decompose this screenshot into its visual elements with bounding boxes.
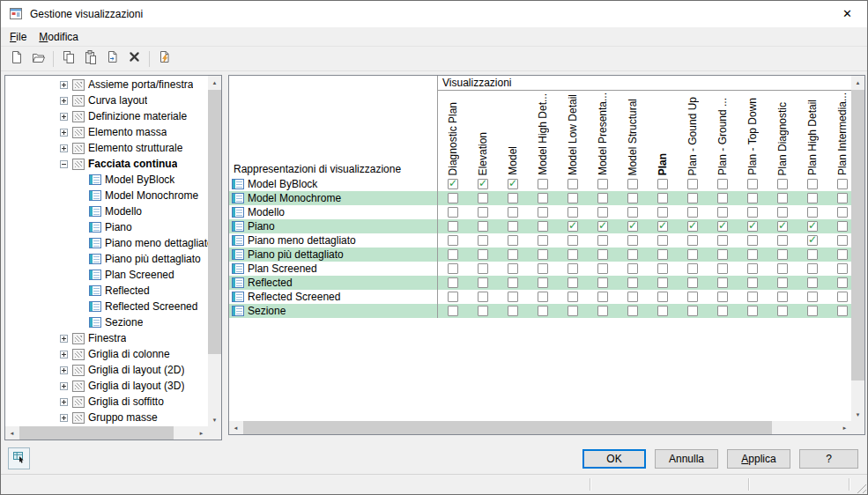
column-header[interactable]: Plan - Top Down <box>738 91 768 177</box>
checkbox[interactable] <box>747 179 758 189</box>
checkbox[interactable] <box>837 221 848 232</box>
checkbox[interactable] <box>747 221 758 232</box>
column-header[interactable]: Model <box>498 91 528 177</box>
new-button[interactable] <box>6 49 26 69</box>
checkbox[interactable] <box>478 277 488 288</box>
checkbox[interactable] <box>627 277 638 288</box>
column-header[interactable]: Plan <box>648 91 678 177</box>
checkbox[interactable] <box>448 249 458 260</box>
scroll-up-icon[interactable] <box>851 76 864 89</box>
checkbox[interactable] <box>597 207 608 218</box>
checkbox[interactable] <box>777 193 788 203</box>
checkbox[interactable] <box>568 263 578 274</box>
checkbox[interactable] <box>717 207 728 218</box>
checkbox[interactable] <box>597 249 608 260</box>
help-button[interactable]: ? <box>799 449 858 469</box>
checkbox[interactable] <box>807 249 818 260</box>
tree-child-item[interactable]: Piano <box>5 219 208 235</box>
checkbox[interactable] <box>777 207 788 218</box>
tree-toggle-button[interactable] <box>8 447 30 469</box>
column-header[interactable]: Plan - Ground ... <box>708 91 738 177</box>
checkbox[interactable] <box>508 263 518 274</box>
checkbox[interactable] <box>657 235 668 246</box>
table-row[interactable]: Model Monochrome <box>229 191 851 205</box>
checkbox[interactable] <box>508 277 518 288</box>
tree-item[interactable]: Facciata continua <box>5 156 208 172</box>
expand-icon[interactable] <box>60 144 68 152</box>
checkbox[interactable] <box>777 263 788 274</box>
checkbox[interactable] <box>717 193 728 203</box>
checkbox[interactable] <box>538 249 548 260</box>
checkbox[interactable] <box>627 179 638 189</box>
tree-child-item[interactable]: Sezione <box>5 314 208 330</box>
checkbox[interactable] <box>657 277 668 288</box>
column-header[interactable]: Model Structural <box>618 91 648 177</box>
checkbox[interactable] <box>837 249 848 260</box>
checkbox[interactable] <box>777 235 788 246</box>
checkbox[interactable] <box>657 193 668 203</box>
open-button[interactable] <box>28 49 48 69</box>
table-row[interactable]: Plan Screened <box>229 262 851 276</box>
checkbox[interactable] <box>687 193 698 203</box>
menu-file[interactable]: File <box>4 28 33 46</box>
cancel-button[interactable]: Annulla <box>655 449 718 469</box>
checkbox[interactable] <box>627 306 638 316</box>
column-header[interactable]: Plan Diagnostic <box>768 91 798 177</box>
checkbox[interactable] <box>448 193 458 203</box>
table-row[interactable]: Model ByBlock <box>229 177 851 191</box>
checkbox[interactable] <box>568 292 578 302</box>
purge-button[interactable] <box>154 49 174 69</box>
checkbox[interactable] <box>687 207 698 218</box>
expand-icon[interactable] <box>60 129 68 137</box>
checkbox[interactable] <box>687 235 698 246</box>
checkbox[interactable] <box>597 306 608 316</box>
column-header[interactable]: Elevation <box>468 91 498 177</box>
scroll-up-icon[interactable] <box>208 76 221 89</box>
checkbox[interactable] <box>807 263 818 274</box>
checkbox[interactable] <box>807 221 818 232</box>
checkbox[interactable] <box>448 263 458 274</box>
checkbox[interactable] <box>568 179 578 189</box>
checkbox[interactable] <box>508 306 518 316</box>
scroll-right-icon[interactable] <box>195 426 208 440</box>
checkbox[interactable] <box>837 179 848 189</box>
checkbox[interactable] <box>508 193 518 203</box>
checkbox[interactable] <box>657 207 668 218</box>
checkbox[interactable] <box>478 235 488 246</box>
checkbox[interactable] <box>597 263 608 274</box>
expand-icon[interactable] <box>60 366 68 374</box>
tree-item[interactable]: Elemento massa <box>5 124 208 140</box>
checkbox[interactable] <box>478 179 488 189</box>
checkbox[interactable] <box>508 292 518 302</box>
scroll-right-icon[interactable] <box>838 421 851 434</box>
tree-child-item[interactable]: Piano più dettagliato <box>5 251 208 267</box>
checkbox[interactable] <box>687 179 698 189</box>
scroll-down-icon[interactable] <box>208 413 221 426</box>
checkbox[interactable] <box>568 249 578 260</box>
tree-horizontal-scrollbar[interactable] <box>5 426 208 440</box>
tree-child-item[interactable]: Reflected Screened <box>5 299 208 314</box>
checkbox[interactable] <box>568 193 578 203</box>
checkbox[interactable] <box>837 292 848 302</box>
checkbox[interactable] <box>538 277 548 288</box>
checkbox[interactable] <box>568 277 578 288</box>
column-header[interactable]: Plan High Detail <box>798 91 827 177</box>
checkbox[interactable] <box>478 207 488 218</box>
checkbox[interactable] <box>777 292 788 302</box>
checkbox[interactable] <box>837 193 848 203</box>
paste-button[interactable] <box>80 49 100 69</box>
tree-child-item[interactable]: Model Monochrome <box>5 188 208 203</box>
checkbox[interactable] <box>627 193 638 203</box>
table-row[interactable]: Piano meno dettagliato <box>229 233 851 248</box>
checkbox[interactable] <box>717 263 728 274</box>
checkbox[interactable] <box>448 179 458 189</box>
checkbox[interactable] <box>657 221 668 232</box>
checkbox[interactable] <box>807 277 818 288</box>
checkbox[interactable] <box>687 221 698 232</box>
table-row[interactable]: Reflected <box>229 276 851 290</box>
column-header[interactable]: Diagnostic Plan <box>438 91 468 177</box>
tree-item[interactable]: Assieme porta/finestra <box>5 77 208 92</box>
resize-grip-icon[interactable] <box>855 482 866 493</box>
expand-icon[interactable] <box>60 113 68 121</box>
checkbox[interactable] <box>448 292 458 302</box>
